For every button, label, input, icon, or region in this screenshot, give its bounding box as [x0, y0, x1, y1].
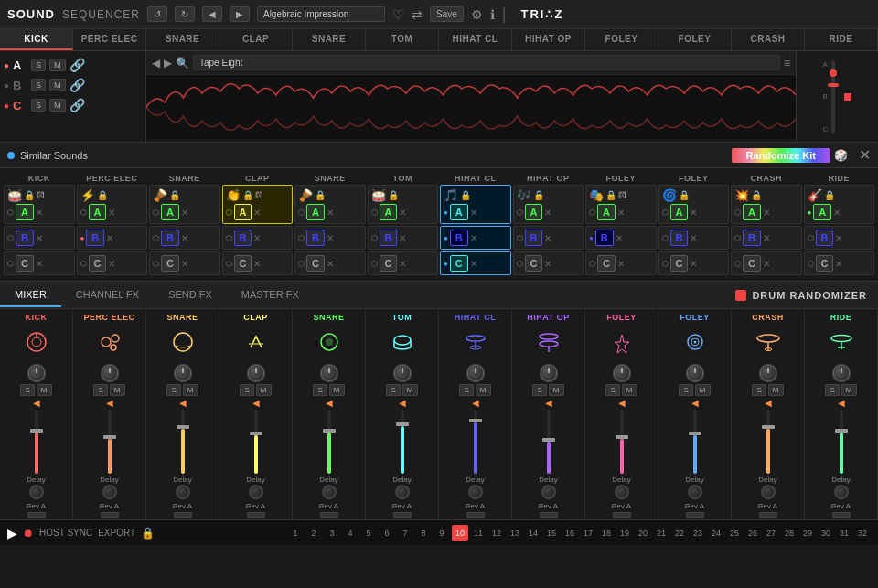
clap-fader[interactable] [254, 410, 258, 474]
step-14[interactable]: 14 [525, 525, 541, 541]
tom-fader[interactable] [401, 410, 404, 474]
kick-s-btn[interactable]: S [20, 384, 34, 396]
tab-hihat-op[interactable]: HIHAT OP [512, 29, 585, 50]
hihatop-grid-btn[interactable] [540, 512, 558, 518]
tab-send-fx[interactable]: SEND FX [154, 283, 227, 307]
step-12[interactable]: 12 [488, 525, 505, 541]
tab-hihat-cl[interactable]: HIHAT CL [439, 29, 512, 50]
step-13[interactable]: 13 [507, 525, 523, 541]
snare2-fader[interactable] [327, 410, 331, 474]
ride-send-knob[interactable] [834, 485, 849, 499]
hihatop-slot-b[interactable]: B [525, 230, 543, 246]
step-28[interactable]: 28 [781, 525, 798, 541]
step-25[interactable]: 25 [726, 525, 743, 541]
clap-m-btn[interactable]: M [256, 384, 272, 396]
step-19[interactable]: 19 [616, 525, 633, 541]
tom-lock[interactable]: 🔒 [388, 190, 399, 200]
snare2-x-a[interactable]: ✕ [327, 208, 334, 218]
hihatcl-knob[interactable] [466, 364, 485, 382]
hihatcl-lock[interactable]: 🔒 [460, 190, 471, 200]
hihatop-lock[interactable]: 🔒 [533, 190, 544, 200]
crash-lock[interactable]: 🔒 [751, 190, 762, 200]
clap-lock[interactable]: 🔒 [242, 190, 253, 200]
crash-x-c[interactable]: ✕ [763, 259, 770, 269]
snare-lock[interactable]: 🔒 [169, 190, 180, 200]
tom-s-btn[interactable]: S [386, 384, 400, 396]
foley2-send-knob[interactable] [688, 485, 702, 499]
tom-arrow[interactable]: ◀ [399, 398, 406, 408]
perc-fader[interactable] [108, 410, 112, 474]
step-21[interactable]: 21 [653, 525, 669, 541]
hihatop-fader[interactable] [547, 410, 551, 474]
step-15[interactable]: 15 [543, 525, 560, 541]
vol-slider-main[interactable] [831, 60, 835, 134]
foley2-x-a[interactable]: ✕ [690, 208, 697, 218]
kick-lock[interactable]: 🔒 [24, 190, 35, 200]
foley2-lock[interactable]: 🔒 [679, 190, 690, 200]
hihatcl-slot-b[interactable]: B [450, 230, 468, 246]
kick-slot-c[interactable]: C [16, 255, 34, 272]
track-a-s[interactable]: S [31, 59, 46, 71]
clap-slot-b[interactable]: B [234, 230, 252, 246]
crash-s-btn[interactable]: S [752, 384, 766, 396]
hihatop-slot-c[interactable]: C [525, 255, 543, 272]
step-1[interactable]: 1 [287, 525, 304, 541]
foley-slot-b[interactable]: B [595, 230, 614, 246]
search-input[interactable] [257, 6, 385, 22]
tab-snare[interactable]: SNARE [146, 29, 220, 50]
snare-slot-a[interactable]: A [161, 204, 179, 220]
snare-s-btn[interactable]: S [166, 384, 180, 396]
play-button[interactable]: ▶ [7, 526, 17, 540]
track-c-s[interactable]: S [31, 99, 46, 112]
foley2-knob[interactable] [686, 364, 704, 382]
heart-icon[interactable]: ♡ [392, 7, 404, 22]
perc-x-c[interactable]: ✕ [108, 259, 115, 269]
foley-lock[interactable]: 🔒 [605, 190, 616, 200]
step-2[interactable]: 2 [305, 525, 322, 541]
perc-s-btn[interactable]: S [93, 384, 107, 396]
crash-send-knob[interactable] [761, 485, 776, 499]
step-24[interactable]: 24 [708, 525, 724, 541]
wf-next[interactable]: ▶ [164, 57, 172, 69]
ride-slot-c[interactable]: C [816, 255, 834, 272]
crash-x-b[interactable]: ✕ [763, 233, 770, 243]
tab-channel-fx[interactable]: CHANNEL FX [61, 283, 154, 307]
kick-slot-a[interactable]: A [16, 204, 34, 220]
ride-x-c[interactable]: ✕ [835, 259, 842, 269]
hihatop-x-b[interactable]: ✕ [544, 233, 551, 243]
perc-send-knob[interactable] [102, 485, 117, 499]
hihatop-arrow[interactable]: ◀ [545, 398, 552, 408]
kick-dice[interactable]: ⚄ [37, 190, 45, 200]
ride-x-a[interactable]: ✕ [833, 208, 841, 218]
foley2-slot-b[interactable]: B [670, 230, 689, 246]
foley-x-c[interactable]: ✕ [617, 259, 625, 269]
step-17[interactable]: 17 [580, 525, 596, 541]
tab-clap[interactable]: CLAP [220, 29, 293, 50]
snare-send-knob[interactable] [176, 485, 190, 499]
step-23[interactable]: 23 [690, 525, 706, 541]
step-32[interactable]: 32 [854, 525, 871, 541]
tom-x-c[interactable]: ✕ [399, 259, 406, 269]
crash-fader[interactable] [766, 410, 770, 474]
snare-fader[interactable] [181, 410, 185, 474]
kick-grid-btn[interactable] [27, 512, 46, 518]
perc-x-b[interactable]: ✕ [106, 233, 113, 243]
next-button[interactable]: ▶ [230, 6, 250, 22]
track-a-m[interactable]: M [49, 59, 66, 71]
tab-mixer[interactable]: MIXER [0, 283, 61, 307]
ride-s-btn[interactable]: S [825, 384, 839, 396]
kick-x-c[interactable]: ✕ [36, 259, 43, 269]
snare-grid-btn[interactable] [174, 512, 192, 518]
foley-dice[interactable]: ⚄ [618, 190, 626, 200]
step-16[interactable]: 16 [562, 525, 578, 541]
hihatcl-fader[interactable] [474, 410, 477, 474]
prev-button[interactable]: ◀ [202, 6, 222, 22]
track-a-link[interactable]: 🔗 [70, 58, 85, 72]
snare2-slot-c[interactable]: C [306, 255, 325, 272]
track-b-m[interactable]: M [49, 79, 66, 91]
hihatop-send-knob[interactable] [541, 485, 556, 499]
hihatop-knob[interactable] [540, 364, 558, 382]
foley2-arrow[interactable]: ◀ [691, 398, 699, 408]
host-sync-label[interactable]: HOST SYNC [39, 528, 92, 538]
step-30[interactable]: 30 [818, 525, 834, 541]
